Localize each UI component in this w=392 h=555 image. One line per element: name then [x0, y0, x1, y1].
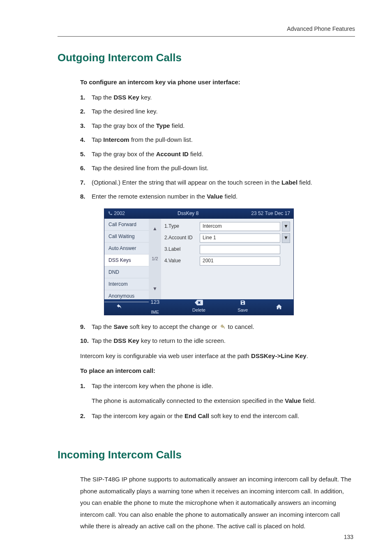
configure-heading: To configure an intercom key via phone u…: [80, 76, 355, 88]
sidebar-item[interactable]: DND: [104, 266, 149, 278]
incoming-paragraph: The SIP-T48G IP phone supports to automa…: [80, 474, 355, 532]
step-3: 3.Tap the gray box of the Type field.: [80, 120, 355, 132]
step-6: 6.Tap the desired line from the pull-dow…: [80, 162, 355, 174]
section-heading-incoming: Incoming Intercom Calls: [58, 449, 355, 461]
sidebar-item[interactable]: Call Waiting: [104, 231, 149, 243]
step-9: 9.Tap the Save soft key to accept the ch…: [80, 321, 355, 333]
dropdown-icon[interactable]: ▼: [282, 233, 290, 243]
place-heading: To place an intercom call:: [80, 365, 355, 377]
step-5: 5.Tap the gray box of the Account ID fie…: [80, 148, 355, 160]
type-field[interactable]: Intercom: [200, 222, 280, 231]
configure-steps-after: 9.Tap the Save soft key to accept the ch…: [80, 321, 355, 347]
save-softkey[interactable]: Save: [221, 300, 265, 314]
configure-steps: 1.Tap the DSS Key key. 2.Tap the desired…: [80, 92, 355, 203]
value-field[interactable]: 2001: [200, 257, 280, 266]
field-label: 1.Type: [164, 222, 200, 231]
field-label: 4.Value: [164, 256, 200, 266]
phone-form: 1.Type Intercom ▼ 2.Account ID Line 1 ▼ …: [161, 219, 293, 299]
page-number: 133: [344, 534, 353, 540]
field-label: 3.Label: [164, 245, 200, 254]
place-steps-2: 2.Tap the intercom key again or the End …: [80, 410, 355, 422]
back-icon: [114, 303, 123, 311]
sidebar-item-active[interactable]: DSS Keys: [104, 254, 149, 266]
sidebar-item[interactable]: Auto Answer: [104, 243, 149, 254]
scroll-down-icon[interactable]: ▼: [152, 279, 157, 299]
field-label: 2.Account ID: [164, 233, 200, 243]
place-step-2: 2.Tap the intercom key again or the End …: [80, 410, 355, 422]
place-steps: 1.Tap the intercom key when the phone is…: [80, 380, 355, 392]
sidebar-item[interactable]: Intercom: [104, 278, 149, 290]
delete-softkey[interactable]: Delete: [177, 300, 221, 314]
home-icon: [275, 303, 283, 311]
step-8: 8.Enter the remote extension number in t…: [80, 191, 355, 203]
ime-softkey[interactable]: 123 IME: [133, 297, 177, 317]
account-id-field[interactable]: Line 1: [200, 234, 280, 243]
place-step-1: 1.Tap the intercom key when the phone is…: [80, 380, 355, 392]
phone-extension: 2002: [108, 209, 125, 218]
step-7: 7.(Optional.) Enter the string that will…: [80, 177, 355, 189]
step-10: 10.Tap the DSS Key key to return to the …: [80, 335, 355, 347]
step-1: 1.Tap the DSS Key key.: [80, 92, 355, 104]
label-field[interactable]: [200, 245, 280, 254]
scroll-up-icon[interactable]: ▲: [152, 219, 157, 239]
phone-titlebar: 2002 DssKey 8 23 52 Tue Dec 17: [104, 209, 293, 219]
phone-screenshot: 2002 DssKey 8 23 52 Tue Dec 17 Call Forw…: [104, 208, 294, 315]
phone-clock: 23 52 Tue Dec 17: [251, 209, 290, 218]
phone-sidebar: Call Forward Call Waiting Auto Answer DS…: [104, 219, 149, 299]
header-section: Advanced Phone Features: [287, 25, 355, 32]
delete-icon: [195, 300, 203, 305]
place-step-1b: The phone is automatically connected to …: [80, 395, 355, 407]
back-icon: [219, 323, 226, 330]
section-heading-outgoing: Outgoing Intercom Calls: [58, 51, 355, 64]
web-path-note: Intercom key is configurable via web use…: [80, 350, 355, 362]
page-indicator: 1/2: [152, 239, 158, 279]
save-icon: [240, 300, 246, 305]
phone-title: DssKey 8: [178, 209, 198, 218]
sidebar-item[interactable]: Call Forward: [104, 219, 149, 231]
phone-icon: [108, 211, 113, 216]
header-rule: [58, 36, 355, 37]
step-2: 2.Tap the desired line key.: [80, 106, 355, 118]
phone-scroll: ▲ 1/2 ▼: [149, 219, 161, 299]
home-softkey[interactable]: [265, 303, 293, 311]
back-softkey[interactable]: [104, 303, 133, 311]
step-4: 4.Tap Intercom from the pull-down list.: [80, 134, 355, 146]
dropdown-icon[interactable]: ▼: [282, 222, 290, 231]
